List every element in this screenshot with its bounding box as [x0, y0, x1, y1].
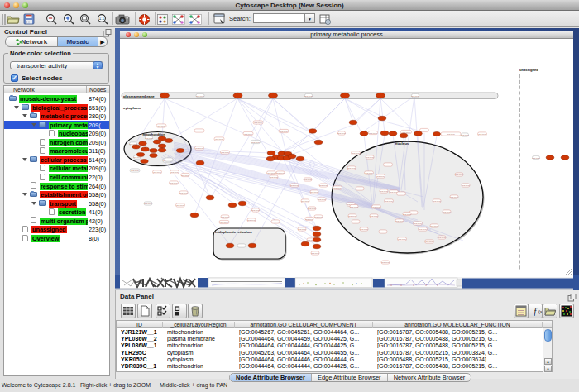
svg-text:GO·term: GO·term: [384, 164, 391, 166]
svg-text:GO·term: GO·term: [304, 95, 312, 98]
svg-text:GO·term: GO·term: [414, 222, 421, 225]
svg-text:GO·term: GO·term: [215, 138, 223, 141]
svg-text:f: f: [534, 307, 538, 316]
svg-text:GO·term: GO·term: [244, 133, 251, 136]
svg-text:GO·term: GO·term: [319, 184, 327, 187]
svg-text:GO·term: GO·term: [385, 200, 392, 203]
svg-text:GO·term: GO·term: [157, 125, 165, 127]
svg-text:GO·term: GO·term: [398, 238, 405, 241]
svg-text:GO·term: GO·term: [179, 192, 187, 194]
svg-text:GO·term: GO·term: [478, 133, 486, 136]
svg-text:GO·term: GO·term: [379, 231, 386, 233]
svg-text:GO·term: GO·term: [318, 198, 325, 201]
svg-text:GO·term: GO·term: [298, 228, 305, 231]
svg-text:GO·term: GO·term: [455, 174, 462, 176]
svg-text:GO·term: GO·term: [380, 190, 387, 193]
svg-text:1:1: 1:1: [99, 17, 105, 21]
svg-text:GO·term: GO·term: [366, 156, 373, 159]
svg-text:GO·term: GO·term: [411, 95, 419, 98]
svg-text:GO·term: GO·term: [397, 193, 404, 195]
svg-text:unassigned: unassigned: [519, 68, 538, 72]
svg-text:GO·term: GO·term: [372, 206, 380, 208]
svg-text:GO·term: GO·term: [195, 130, 203, 132]
svg-text:GO·term: GO·term: [170, 171, 178, 174]
svg-text:GO·term: GO·term: [310, 191, 318, 194]
svg-text:GO·term: GO·term: [153, 171, 160, 174]
svg-text:GO·term: GO·term: [438, 237, 445, 239]
svg-text:GO·term: GO·term: [267, 172, 275, 174]
svg-text:GO·term: GO·term: [247, 219, 255, 222]
svg-text:GO·term: GO·term: [220, 222, 227, 224]
svg-text:GO·term: GO·term: [145, 137, 152, 140]
svg-text:GO·term: GO·term: [356, 188, 363, 190]
svg-text:GO·term: GO·term: [301, 200, 309, 203]
svg-text:GO·term: GO·term: [131, 170, 138, 172]
svg-text:GO·term: GO·term: [237, 245, 245, 247]
svg-text:GO·term: GO·term: [376, 175, 384, 178]
svg-text:GO·term: GO·term: [420, 130, 428, 132]
svg-text:GO·term: GO·term: [305, 218, 313, 221]
svg-text:GO·term: GO·term: [462, 184, 469, 187]
svg-text:GO·term: GO·term: [381, 261, 389, 264]
svg-text:nucleus: nucleus: [395, 141, 409, 146]
svg-text:GO·term: GO·term: [447, 133, 454, 136]
svg-text:GO·term: GO·term: [360, 228, 367, 231]
svg-text:GO·term: GO·term: [221, 151, 228, 154]
svg-text:GO·term: GO·term: [370, 215, 377, 218]
svg-text:GO·term: GO·term: [251, 209, 259, 212]
svg-text:GO·term: GO·term: [176, 204, 184, 207]
svg-text:GO·term: GO·term: [450, 196, 457, 198]
svg-text:GO·term: GO·term: [419, 228, 426, 231]
svg-text:GO·term: GO·term: [221, 216, 228, 218]
svg-text:GO·term: GO·term: [251, 141, 259, 144]
svg-text:GO·term: GO·term: [276, 172, 284, 174]
svg-text:GO·term: GO·term: [308, 208, 315, 210]
svg-text:GO·term: GO·term: [369, 132, 376, 135]
svg-text:GO·term: GO·term: [304, 179, 311, 181]
svg-text:GO·term: GO·term: [195, 147, 203, 150]
svg-text:GO·term: GO·term: [280, 131, 287, 133]
svg-text:GO·term: GO·term: [461, 134, 468, 136]
svg-text:GO·term: GO·term: [337, 132, 345, 135]
svg-text:GO·term: GO·term: [352, 152, 359, 155]
svg-text:GO·term: GO·term: [403, 213, 410, 216]
svg-text:GO·term: GO·term: [430, 225, 438, 227]
svg-text:GO·term: GO·term: [348, 215, 356, 218]
svg-text:GO·term: GO·term: [333, 187, 341, 189]
svg-text:GO·term: GO·term: [395, 220, 403, 222]
svg-text:GO·term: GO·term: [181, 174, 189, 177]
svg-text:GO·term: GO·term: [350, 206, 357, 208]
svg-text:GO·term: GO·term: [365, 172, 372, 174]
svg-text:GO·term: GO·term: [311, 252, 318, 255]
svg-text:GO·term: GO·term: [196, 95, 203, 98]
svg-text:GO·term: GO·term: [347, 167, 355, 170]
svg-text:GO·term: GO·term: [443, 211, 450, 213]
svg-text:GO·term: GO·term: [165, 159, 172, 161]
svg-text:GO·term: GO·term: [254, 122, 261, 124]
svg-text:GO·term: GO·term: [144, 203, 151, 205]
svg-text:GO·term: GO·term: [425, 241, 433, 243]
svg-text:GO·term: GO·term: [352, 221, 359, 223]
svg-text:cytoplasm: cytoplasm: [123, 106, 141, 110]
svg-text:GO·term: GO·term: [532, 157, 539, 160]
svg-text:GO·term: GO·term: [170, 182, 177, 184]
svg-text:GO·term: GO·term: [433, 200, 440, 203]
svg-text:GO·term: GO·term: [271, 221, 279, 223]
svg-text:plasma membrane: plasma membrane: [123, 94, 155, 98]
svg-text:(x): (x): [538, 309, 542, 314]
svg-text:GO·term: GO·term: [290, 184, 298, 187]
svg-text:GO·term: GO·term: [314, 216, 322, 218]
svg-text:GO·term: GO·term: [270, 176, 277, 179]
